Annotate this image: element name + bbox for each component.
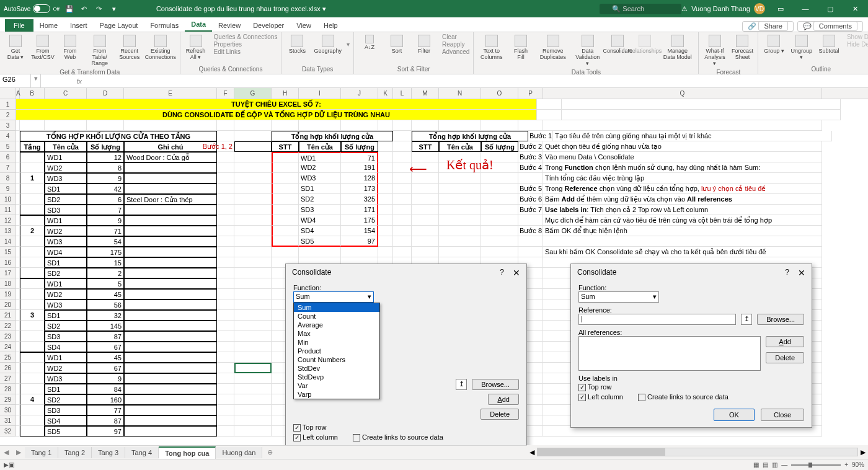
- cell[interactable]: WD1: [45, 278, 87, 289]
- cell[interactable]: [393, 215, 412, 226]
- cell[interactable]: [20, 426, 45, 437]
- cell[interactable]: [341, 120, 378, 131]
- cell[interactable]: SD4: [45, 415, 87, 426]
- cell[interactable]: 5: [87, 278, 124, 289]
- cell[interactable]: Vào menu Data \ Consolidate: [543, 152, 822, 162]
- row-header[interactable]: 29: [0, 394, 16, 405]
- reference-collapse-icon[interactable]: ↥: [456, 379, 467, 390]
- cell[interactable]: Bước 7: [518, 205, 543, 215]
- cell[interactable]: [481, 184, 518, 194]
- cell[interactable]: WD3: [299, 173, 341, 184]
- save-icon[interactable]: 💾: [64, 4, 74, 14]
- cell[interactable]: [439, 173, 481, 184]
- cell[interactable]: SD2: [45, 194, 87, 205]
- cell[interactable]: [217, 131, 234, 141]
- cell[interactable]: [217, 173, 234, 184]
- cell[interactable]: [20, 363, 45, 373]
- cell[interactable]: [439, 120, 481, 131]
- cell[interactable]: [439, 215, 481, 226]
- cell[interactable]: SD2: [45, 394, 87, 405]
- cell[interactable]: STT: [272, 141, 299, 152]
- cell[interactable]: [481, 215, 518, 226]
- from-text-csv-button[interactable]: From Text/CSV: [31, 33, 55, 61]
- cell[interactable]: [234, 184, 272, 194]
- clear-filter-button[interactable]: Clear: [442, 33, 469, 40]
- table-header[interactable]: TỔNG HỢP KHỐI LƯỢNG CỬA THEO TẦNG: [20, 131, 217, 141]
- cell[interactable]: [217, 236, 234, 247]
- cell[interactable]: WD3: [45, 236, 87, 247]
- autosave-toggle[interactable]: AutoSave Off: [4, 4, 60, 13]
- cell[interactable]: [412, 236, 439, 247]
- filter-button[interactable]: Filter: [412, 33, 436, 55]
- cell[interactable]: 173: [341, 184, 378, 194]
- cell[interactable]: [272, 162, 299, 173]
- cell[interactable]: [439, 205, 481, 215]
- cell[interactable]: [20, 162, 45, 173]
- function-option[interactable]: Average: [294, 321, 379, 329]
- cell[interactable]: Bấm Add để thêm vùng dữ liệu vừa chọn và…: [543, 194, 822, 205]
- cell[interactable]: SD2: [299, 194, 341, 205]
- row-header[interactable]: 17: [0, 268, 16, 278]
- cell[interactable]: [124, 120, 217, 131]
- cell[interactable]: WD3: [45, 373, 87, 384]
- zoom-level[interactable]: 90%: [852, 461, 864, 468]
- tab-file[interactable]: File: [5, 19, 33, 32]
- cell[interactable]: [234, 215, 272, 226]
- cell[interactable]: SD3: [299, 205, 341, 215]
- redo-icon[interactable]: ↷: [94, 4, 104, 14]
- cell[interactable]: Wood Door : Cửa gỗ: [124, 152, 217, 162]
- close-button[interactable]: Close: [761, 409, 804, 421]
- cell[interactable]: 8: [87, 162, 124, 173]
- cell[interactable]: [299, 120, 341, 131]
- cell[interactable]: [439, 184, 481, 194]
- cell[interactable]: [518, 173, 543, 184]
- cell[interactable]: 9: [87, 173, 124, 184]
- cell[interactable]: Bước 1: [528, 131, 553, 141]
- cell[interactable]: [217, 405, 234, 415]
- cell[interactable]: SD1: [45, 310, 87, 321]
- top-row-checkbox[interactable]: ✓: [578, 384, 586, 391]
- table-header[interactable]: Tổng hợp khối lượng cửa: [272, 131, 393, 141]
- row-header[interactable]: 14: [0, 236, 16, 247]
- reference-input[interactable]: |: [578, 314, 736, 325]
- cell[interactable]: [272, 226, 299, 236]
- cell[interactable]: 6: [87, 194, 124, 205]
- tab-insert[interactable]: Insert: [64, 19, 94, 32]
- cell[interactable]: [217, 247, 234, 257]
- cell[interactable]: 12: [87, 152, 124, 162]
- cell[interactable]: 128: [341, 173, 378, 184]
- cell[interactable]: 3: [20, 310, 45, 321]
- reference-collapse-icon[interactable]: ↥: [741, 314, 752, 325]
- cell[interactable]: 145: [87, 321, 124, 331]
- row-header[interactable]: 2: [0, 110, 16, 120]
- cell[interactable]: Bước 3: [518, 152, 543, 162]
- cell[interactable]: [20, 405, 45, 415]
- cell[interactable]: 87: [87, 415, 124, 426]
- function-option[interactable]: Max: [294, 329, 379, 338]
- cell[interactable]: [124, 426, 217, 437]
- sheet-tab-tang1[interactable]: Tang 1: [25, 447, 58, 458]
- row-header[interactable]: 5: [0, 141, 16, 152]
- properties-button[interactable]: Properties: [214, 41, 278, 48]
- zoom-slider[interactable]: [791, 464, 841, 466]
- cell[interactable]: [412, 247, 439, 257]
- cell[interactable]: [234, 405, 272, 415]
- cell[interactable]: [217, 299, 234, 310]
- cell[interactable]: [87, 120, 124, 131]
- create-links-checkbox[interactable]: [638, 394, 645, 401]
- cell[interactable]: Tên cửa: [299, 141, 341, 152]
- dialog-help-icon[interactable]: ?: [500, 268, 504, 278]
- flash-fill-button[interactable]: Flash Fill: [509, 33, 533, 61]
- cell[interactable]: [234, 226, 272, 236]
- cell[interactable]: [518, 236, 543, 247]
- cell[interactable]: [234, 120, 272, 131]
- cell[interactable]: [341, 247, 378, 257]
- cell[interactable]: 191: [341, 162, 378, 173]
- cell[interactable]: [562, 99, 841, 110]
- cell[interactable]: Steel Door : Cửa thép: [124, 194, 217, 205]
- cell[interactable]: Tên cửa: [45, 141, 87, 152]
- cell[interactable]: [537, 110, 562, 120]
- sheet-tab-huongdan[interactable]: Huong dan: [216, 447, 262, 458]
- horizontal-scrollbar[interactable]: ◀▶: [527, 445, 868, 459]
- sheet-tab-tang3[interactable]: Tang 3: [92, 447, 125, 458]
